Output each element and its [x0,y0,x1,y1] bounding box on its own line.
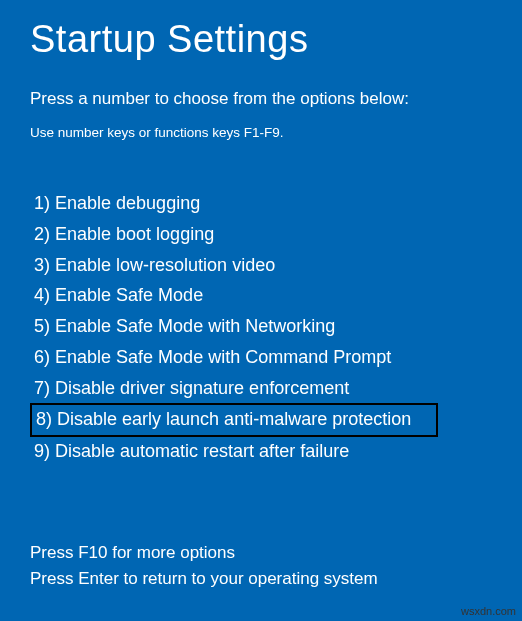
option-label: Enable Safe Mode with Networking [55,316,335,336]
option-number: 5) [34,316,50,336]
option-8-disable-early-launch-anti-malware[interactable]: 8) Disable early launch anti-malware pro… [30,403,438,438]
option-6-enable-safe-mode-command-prompt[interactable]: 6) Enable Safe Mode with Command Prompt [30,342,492,373]
option-label: Enable boot logging [55,224,214,244]
option-label: Disable early launch anti-malware protec… [57,409,411,429]
option-label: Enable low-resolution video [55,255,275,275]
option-number: 6) [34,347,50,367]
option-number: 1) [34,193,50,213]
option-label: Enable Safe Mode with Command Prompt [55,347,391,367]
watermark: wsxdn.com [461,605,516,617]
option-number: 2) [34,224,50,244]
option-number: 9) [34,441,50,461]
footer-f10-hint: Press F10 for more options [30,540,378,566]
option-number: 8) [36,409,52,429]
option-5-enable-safe-mode-networking[interactable]: 5) Enable Safe Mode with Networking [30,311,492,342]
option-label: Enable Safe Mode [55,285,203,305]
option-2-enable-boot-logging[interactable]: 2) Enable boot logging [30,219,492,250]
footer-instructions: Press F10 for more options Press Enter t… [30,540,378,591]
instruction-secondary: Use number keys or functions keys F1-F9. [30,125,492,140]
options-list: 1) Enable debugging 2) Enable boot loggi… [30,188,492,467]
option-number: 3) [34,255,50,275]
option-9-disable-automatic-restart[interactable]: 9) Disable automatic restart after failu… [30,436,492,467]
option-label: Disable automatic restart after failure [55,441,349,461]
option-3-enable-low-resolution-video[interactable]: 3) Enable low-resolution video [30,250,492,281]
option-7-disable-driver-signature-enforcement[interactable]: 7) Disable driver signature enforcement [30,373,492,404]
option-1-enable-debugging[interactable]: 1) Enable debugging [30,188,492,219]
option-number: 4) [34,285,50,305]
option-number: 7) [34,378,50,398]
page-title: Startup Settings [30,18,492,61]
footer-enter-hint: Press Enter to return to your operating … [30,566,378,592]
instruction-primary: Press a number to choose from the option… [30,89,492,109]
option-label: Disable driver signature enforcement [55,378,349,398]
option-4-enable-safe-mode[interactable]: 4) Enable Safe Mode [30,280,492,311]
option-label: Enable debugging [55,193,200,213]
